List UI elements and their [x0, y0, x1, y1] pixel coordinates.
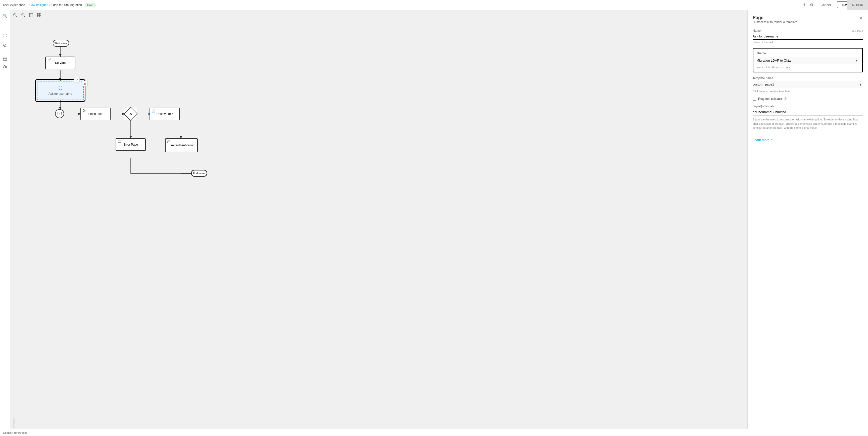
- svg-rect-19: [39, 15, 41, 17]
- ask-username-selected-container[interactable]: ↗ 🗑 ☷ Ask for username: [35, 79, 86, 102]
- top-bar: User experience / Flow designer / Ldap t…: [0, 0, 868, 10]
- user-auth-label: User authentication: [168, 144, 194, 147]
- end-event-node[interactable]: End event: [191, 170, 207, 177]
- sidebar-icon-tasks[interactable]: [1, 56, 8, 63]
- sidebar-icon-search[interactable]: 🔍: [1, 12, 8, 19]
- setvars-label: SetVars: [55, 61, 66, 65]
- cookie-preferences-link[interactable]: Cookie Preferences: [3, 431, 27, 434]
- publish-button[interactable]: Publish: [847, 0, 868, 10]
- bottom-bar: Cookie Preferences: [0, 429, 868, 436]
- ask-username-node[interactable]: ☷ Ask for username: [37, 81, 84, 100]
- svg-line-10: [16, 16, 17, 17]
- breadcrumb: User experience / Flow designer / Ldap t…: [3, 3, 95, 7]
- template-select-container: custom_page1 ▼: [753, 81, 863, 88]
- error-page-node[interactable]: Error Page: [116, 138, 146, 151]
- theme-select-container: Migration LDAP to Okta ▼: [756, 57, 859, 64]
- requires-callback-row: Requires callback ⓘ: [753, 97, 863, 100]
- fit-view-btn[interactable]: [28, 12, 34, 19]
- svg-point-6: [5, 66, 6, 67]
- breadcrumb-part1[interactable]: User experience: [3, 3, 25, 7]
- setvars-node[interactable]: 📄 SetVars: [45, 57, 75, 69]
- gateway-x-label: ✕: [129, 112, 132, 116]
- draft-badge: Draft: [85, 3, 95, 7]
- svg-line-2: [6, 46, 6, 47]
- theme-label: Theme: [756, 52, 859, 55]
- breadcrumb-sep2: /: [49, 3, 50, 7]
- resolve-idp-label: Resolve IdP: [157, 112, 173, 116]
- breadcrumb-current: Ldap to Okta Migration: [52, 3, 82, 7]
- right-panel: Page Custom task to render a template ✕ …: [747, 10, 868, 436]
- mail-node[interactable]: [55, 109, 64, 118]
- cancel-button[interactable]: Cancel: [817, 2, 834, 8]
- sidebar-icon-fit[interactable]: ⛶: [2, 32, 8, 39]
- svg-point-31: [83, 109, 85, 111]
- signal-helper: Signal can be used to resume the task in…: [753, 117, 863, 130]
- resolve-idp-node[interactable]: 📄 Resolve IdP: [150, 108, 180, 120]
- start-event-node[interactable]: Start event: [53, 40, 69, 47]
- breadcrumb-sep1: /: [26, 3, 27, 7]
- requires-callback-label[interactable]: Requires callback: [758, 97, 782, 100]
- requires-callback-checkbox[interactable]: [753, 97, 756, 100]
- svg-line-13: [24, 16, 25, 17]
- name-input[interactable]: [753, 33, 863, 40]
- template-select[interactable]: custom_page1: [753, 81, 863, 88]
- panel-close-button[interactable]: ✕: [859, 15, 863, 21]
- zoom-in-btn[interactable]: [12, 12, 18, 19]
- user-auth-node[interactable]: User authentication: [165, 138, 198, 152]
- canvas-area[interactable]: Start event 📄 SetVars ↗ 🗑 ☷ Ask for user…: [10, 10, 747, 436]
- svg-point-5: [4, 65, 5, 67]
- ask-username-label: Ask for username: [49, 92, 72, 95]
- start-event-label: Start event: [54, 42, 68, 45]
- theme-section: Theme Migration LDAP to Okta ▼ Name of t…: [753, 48, 863, 72]
- panel-title: Page: [753, 15, 797, 20]
- template-preview-text: Click here to preview template.: [753, 90, 863, 93]
- sidebar-icon-zoom-in[interactable]: +: [2, 22, 7, 29]
- sidebar-icon-users[interactable]: [1, 63, 8, 71]
- svg-rect-3: [3, 58, 7, 60]
- name-char-count: 16 / 1024: [851, 29, 863, 32]
- name-form-group: Name 16 / 1024 Name of the task: [753, 29, 863, 44]
- fetch-user-label: Fetch user: [89, 112, 103, 116]
- svg-rect-15: [30, 14, 32, 16]
- fetch-user-node[interactable]: Fetch user: [81, 108, 111, 120]
- theme-helper: Name of the theme to render: [756, 66, 859, 69]
- flow-arrows: [10, 10, 747, 436]
- svg-rect-16: [37, 13, 39, 15]
- zoom-out-btn[interactable]: [20, 12, 26, 19]
- left-sidebar: 🔍 + ⛶: [0, 10, 10, 436]
- sidebar-icon-zoom-out[interactable]: [2, 42, 8, 50]
- info-icon-btn[interactable]: ℹ: [802, 1, 806, 8]
- requires-callback-info-icon[interactable]: ⓘ: [784, 97, 787, 100]
- main-layout: 🔍 + ⛶: [0, 10, 868, 436]
- settings-icon-btn[interactable]: ⚙: [809, 1, 814, 8]
- panel-header: Page Custom task to render a template ✕: [753, 15, 863, 28]
- signal-label: Signal(optional): [753, 105, 863, 108]
- action-delete-icon[interactable]: 🗑: [82, 81, 88, 87]
- name-helper: Name of the task: [753, 41, 863, 44]
- breadcrumb-flow-designer[interactable]: Flow designer: [29, 3, 48, 7]
- svg-rect-14: [29, 13, 33, 17]
- svg-rect-17: [39, 13, 41, 15]
- panel-subtitle: Custom task to render a template: [753, 20, 797, 24]
- name-label: Name 16 / 1024: [753, 29, 863, 32]
- bpmn-watermark: BPMN.IO: [12, 418, 15, 429]
- svg-rect-34: [118, 140, 121, 143]
- template-label: Template name: [753, 77, 863, 80]
- template-form-group: Template name custom_page1 ▼ Click here …: [753, 77, 863, 93]
- error-page-label: Error Page: [123, 143, 138, 146]
- learn-more-link[interactable]: Learn more ↗: [753, 138, 863, 142]
- signal-form-group: Signal(optional) Signal can be used to r…: [753, 105, 863, 130]
- gateway-node[interactable]: ✕: [124, 108, 137, 120]
- svg-rect-18: [37, 15, 39, 17]
- end-event-label: End event: [193, 172, 206, 175]
- signal-input[interactable]: [753, 109, 863, 115]
- theme-select[interactable]: Migration LDAP to Okta: [756, 57, 859, 64]
- external-link-icon: ↗: [770, 138, 773, 142]
- template-preview-link[interactable]: here: [760, 90, 765, 93]
- canvas-toolbar: [12, 12, 42, 19]
- select-all-btn[interactable]: [36, 12, 42, 19]
- action-move-icon[interactable]: ↗: [74, 77, 80, 83]
